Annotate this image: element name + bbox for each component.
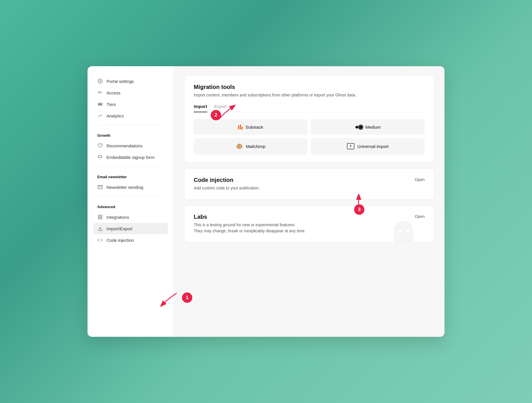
sidebar-label-portal-settings: Portal settings xyxy=(107,79,134,84)
ghost-decoration xyxy=(391,219,417,242)
badge-3: 3 xyxy=(354,204,364,215)
svg-rect-7 xyxy=(98,215,100,216)
sidebar-label-tiers: Tiers xyxy=(107,102,116,107)
tab-import[interactable]: Import xyxy=(194,104,207,112)
key-icon xyxy=(97,90,103,96)
svg-point-13 xyxy=(398,230,401,233)
mailchimp-label: Mailchimp xyxy=(246,144,265,149)
labs-title: Labs xyxy=(194,214,305,220)
section-growth: Growth xyxy=(93,129,168,140)
divider-3 xyxy=(97,196,164,197)
import-substack-button[interactable]: Substack xyxy=(194,119,307,135)
mailchimp-icon: 🐵 xyxy=(236,143,243,150)
import-buttons-grid: Substack ●◉ Medium 🐵 Mailchimp xyxy=(194,119,425,154)
layers-icon xyxy=(97,101,103,107)
svg-rect-9 xyxy=(98,218,100,219)
section-advanced: Advanced xyxy=(93,200,168,211)
svg-rect-10 xyxy=(101,218,102,219)
code-injection-row: Code injection Add custom code to your p… xyxy=(194,177,425,191)
code-injection-description: Add custom code to your publication. xyxy=(194,185,260,191)
sidebar-item-analytics[interactable]: Analytics xyxy=(93,110,168,121)
app-container: Portal settings Access Tiers xyxy=(88,66,444,337)
signup-icon xyxy=(97,154,103,160)
sidebar-label-access: Access xyxy=(107,90,120,95)
main-content: Migration tools Import content, members … xyxy=(174,66,444,337)
sidebar-label-integrations: Integrations xyxy=(107,215,129,220)
svg-point-14 xyxy=(406,230,409,233)
medium-icon: ●◉ xyxy=(355,124,362,130)
sidebar-item-recommendations[interactable]: Recommendations xyxy=(93,140,168,151)
universal-import-label: Universal import xyxy=(357,144,388,149)
chart-icon xyxy=(97,113,103,119)
svg-point-1 xyxy=(100,81,101,82)
code-injection-open-link[interactable]: Open xyxy=(415,177,425,182)
code-injection-card: Code injection Add custom code to your p… xyxy=(184,168,434,199)
svg-rect-4 xyxy=(98,104,102,105)
migration-tools-description: Import content, members and subscription… xyxy=(194,92,425,98)
sidebar-label-import-export: Import/Export xyxy=(107,226,132,231)
sidebar-item-newsletter-sending[interactable]: Newsletter sending xyxy=(93,181,168,193)
labs-open-link[interactable]: Open xyxy=(415,214,425,219)
medium-label: Medium xyxy=(365,125,381,130)
sidebar-item-code-injection[interactable]: Code injection xyxy=(93,234,168,246)
section-email-newsletter: Email newsletter xyxy=(93,170,168,181)
envelope-icon xyxy=(97,184,103,190)
svg-rect-8 xyxy=(101,215,102,216)
sidebar-item-tiers[interactable]: Tiers xyxy=(93,98,168,110)
code-injection-content: Code injection Add custom code to your p… xyxy=(194,177,260,191)
sidebar-label-code-injection: Code injection xyxy=(107,238,134,243)
divider-1 xyxy=(97,125,164,125)
migration-tools-title: Migration tools xyxy=(194,84,425,90)
badge-2-number: 2 xyxy=(214,112,217,118)
badge-1-number: 1 xyxy=(186,295,188,301)
sidebar-item-integrations[interactable]: Integrations xyxy=(93,211,168,223)
badge-3-number: 3 xyxy=(358,207,360,212)
code-icon xyxy=(97,237,103,243)
badge-1: 1 xyxy=(182,292,192,303)
sidebar-label-embeddable-signup: Embeddable signup form xyxy=(107,155,155,160)
sidebar-label-recommendations: Recommendations xyxy=(107,143,142,148)
grid-icon xyxy=(97,214,103,220)
substack-label: Substack xyxy=(246,125,263,130)
svg-point-2 xyxy=(98,92,100,93)
sidebar-label-analytics: Analytics xyxy=(107,113,124,118)
sidebar-item-embeddable-signup[interactable]: Embeddable signup form xyxy=(93,151,168,163)
upload-icon xyxy=(347,143,354,149)
sidebar: Portal settings Access Tiers xyxy=(88,66,174,337)
labs-description: This is a testing ground for new or expe… xyxy=(194,222,305,234)
substack-icon xyxy=(238,124,243,130)
sidebar-item-import-export[interactable]: Import/Export xyxy=(93,223,168,234)
migration-tools-card: Migration tools Import content, members … xyxy=(184,75,434,163)
labs-card: Labs This is a testing ground for new or… xyxy=(184,205,434,242)
code-injection-title: Code injection xyxy=(194,177,260,183)
svg-rect-3 xyxy=(98,103,102,104)
labs-row: Labs This is a testing ground for new or… xyxy=(194,214,425,234)
divider-2 xyxy=(97,166,164,167)
import-icon xyxy=(97,226,103,231)
gear-circle-icon xyxy=(97,78,103,84)
sidebar-item-access[interactable]: Access xyxy=(93,87,168,98)
svg-point-0 xyxy=(98,79,102,83)
import-export-tabs: Import Export xyxy=(194,104,425,112)
import-mailchimp-button[interactable]: 🐵 Mailchimp xyxy=(194,138,307,154)
heart-icon xyxy=(97,143,103,149)
sidebar-item-portal-settings[interactable]: Portal settings xyxy=(93,75,168,87)
badge-2: 2 xyxy=(211,110,221,120)
sidebar-label-newsletter-sending: Newsletter sending xyxy=(107,185,143,190)
import-medium-button[interactable]: ●◉ Medium xyxy=(311,119,425,135)
import-universal-button[interactable]: Universal import xyxy=(311,138,425,154)
svg-rect-5 xyxy=(98,156,101,158)
labs-content: Labs This is a testing ground for new or… xyxy=(194,214,305,234)
